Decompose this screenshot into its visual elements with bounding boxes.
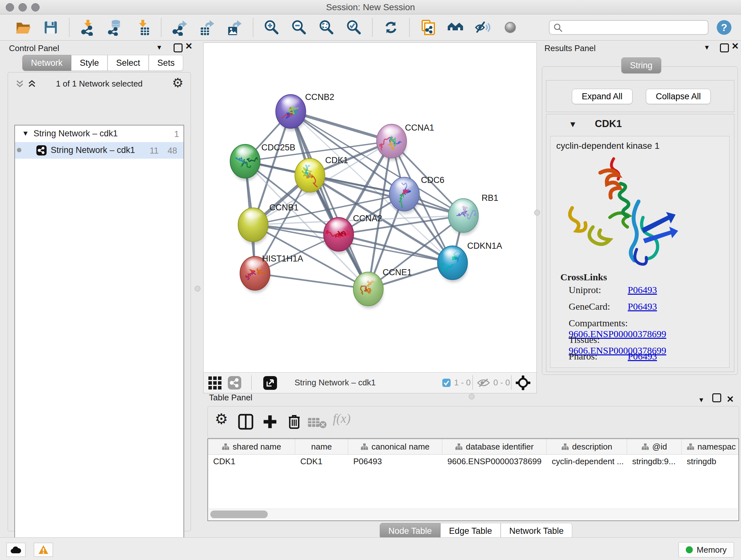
- table-cell[interactable]: CDK1: [295, 456, 348, 466]
- network-edge[interactable]: [255, 273, 368, 289]
- share-view-icon[interactable]: [227, 376, 242, 390]
- tab-edge-table[interactable]: Edge Table: [441, 523, 501, 539]
- string-network-icon: [36, 145, 47, 156]
- node-table[interactable]: shared namenamecanonical namedatabase id…: [207, 438, 739, 521]
- network-edge[interactable]: [291, 111, 392, 141]
- column-header-name[interactable]: name: [295, 439, 348, 454]
- detach-view-icon[interactable]: [263, 376, 277, 390]
- network-collection-row[interactable]: ▼ String Network – cdk1 1: [15, 125, 184, 142]
- column-header-label: shared name: [232, 442, 281, 452]
- create-column-plus-icon[interactable]: [262, 414, 278, 430]
- selected-checkbox-icon[interactable]: [442, 378, 451, 387]
- tab-network-table[interactable]: Network Table: [501, 523, 572, 539]
- network-row-selected[interactable]: String Network – cdk1 11 48: [15, 142, 184, 159]
- node-label: CDK1: [325, 155, 348, 165]
- column-header-shared-name[interactable]: shared name: [208, 439, 295, 454]
- import-network-database-button[interactable]: [102, 17, 129, 38]
- open-session-button[interactable]: [10, 17, 37, 38]
- export-image-button[interactable]: [221, 17, 248, 38]
- toolbar-separator: [372, 18, 373, 37]
- network-node-CDKN1A[interactable]: CDKN1A: [437, 241, 502, 282]
- table-row[interactable]: CDK1CDK1P064939606.ENSP00000378699cyclin…: [208, 455, 738, 468]
- zoom-fit-button[interactable]: [313, 17, 340, 38]
- crosslink-label: Pharos:: [569, 351, 628, 362]
- panel-menu-icon[interactable]: ▾: [699, 395, 703, 404]
- window-titlebar: Session: New Session: [0, 0, 741, 14]
- table-cell[interactable]: 9606.ENSP00000378699: [442, 456, 547, 466]
- tab-node-table[interactable]: Node Table: [380, 523, 441, 539]
- protein-name: CDK1: [595, 118, 622, 130]
- import-network-file-button[interactable]: [74, 17, 102, 38]
- zoom-out-icon: [291, 19, 307, 36]
- network-options-gear-icon[interactable]: ⚙: [172, 76, 184, 90]
- panel-menu-icon[interactable]: ▾: [157, 43, 161, 52]
- network-node-HIST1H1A[interactable]: HIST1H1A: [240, 254, 303, 293]
- network-node-CCNE1[interactable]: CCNE1: [353, 267, 412, 308]
- expand-all-button[interactable]: Expand All: [572, 89, 632, 104]
- panel-float-icon[interactable]: [174, 44, 183, 52]
- table-cell[interactable]: stringdb:9...: [627, 456, 682, 466]
- network-node-RB1[interactable]: RB1: [448, 193, 498, 235]
- show-columns-icon[interactable]: [238, 414, 254, 430]
- table-options-gear-icon[interactable]: ⚙: [215, 410, 228, 428]
- control-panel: Control Panel ▾ ✕ NetworkStyleSelectSets…: [3, 42, 192, 531]
- crosslink-link[interactable]: P06493: [628, 351, 657, 361]
- network-canvas[interactable]: CCNB2CCNA1CDC25BCDK1CDC6RB1CCNB1CCNA2CDK…: [204, 43, 536, 373]
- crosslink-link[interactable]: P06493: [628, 301, 657, 312]
- table-horizontal-scrollbar[interactable]: [209, 509, 738, 520]
- export-table-button[interactable]: [193, 17, 221, 38]
- horizontal-splitter-handle[interactable]: [469, 394, 475, 399]
- tab-select[interactable]: Select: [108, 55, 149, 71]
- column-header-canonical-name[interactable]: canonical name: [348, 439, 442, 454]
- import-string-network-button[interactable]: [414, 17, 442, 38]
- export-table-icon: [199, 19, 215, 36]
- table-cell[interactable]: CDK1: [208, 456, 295, 466]
- left-splitter-handle[interactable]: [195, 286, 200, 292]
- tab-string[interactable]: String: [621, 57, 661, 73]
- node-label: CCNB1: [269, 203, 299, 212]
- table-cell[interactable]: P06493: [348, 456, 442, 466]
- refresh-button[interactable]: [377, 17, 405, 38]
- save-session-button[interactable]: [37, 17, 64, 38]
- collapse-all-button[interactable]: Collapse All: [646, 89, 711, 104]
- birds-eye-icon[interactable]: [515, 375, 531, 391]
- column-header-namespac[interactable]: namespac: [682, 439, 739, 454]
- control-panel-title: Control Panel: [9, 44, 59, 53]
- hide-graphics-details-button[interactable]: [469, 17, 496, 38]
- cloud-button[interactable]: [6, 543, 25, 557]
- panel-close-icon[interactable]: ✕: [727, 394, 734, 404]
- tab-sets[interactable]: Sets: [149, 55, 183, 71]
- panel-float-icon[interactable]: [720, 44, 729, 52]
- search-input[interactable]: [549, 20, 709, 35]
- shared-column-icon: [687, 443, 694, 450]
- eye-slash-icon: [475, 19, 491, 36]
- column-header-database-identifier[interactable]: database identifier: [442, 439, 547, 454]
- panel-menu-icon[interactable]: ▾: [705, 43, 709, 52]
- tree-expand-icon[interactable]: ▼: [22, 129, 29, 138]
- column-header-description[interactable]: description: [547, 439, 627, 454]
- table-cell[interactable]: stringdb: [682, 456, 739, 466]
- zoom-selected-button[interactable]: [340, 17, 367, 38]
- help-button[interactable]: ?: [717, 20, 731, 35]
- panel-close-icon[interactable]: ✕: [731, 43, 739, 50]
- rendering-detail-button[interactable]: [496, 17, 524, 38]
- memory-button[interactable]: Memory: [678, 542, 734, 557]
- tab-network[interactable]: Network: [22, 55, 71, 71]
- zoom-in-button[interactable]: [258, 17, 285, 38]
- scrollbar-thumb[interactable]: [210, 510, 268, 518]
- zoom-out-button[interactable]: [285, 17, 313, 38]
- delete-column-trash-icon[interactable]: [287, 414, 301, 430]
- import-table-button[interactable]: [129, 17, 156, 38]
- grid-view-icon[interactable]: [208, 376, 222, 390]
- home-button[interactable]: [442, 17, 469, 38]
- export-network-button[interactable]: [166, 17, 193, 38]
- warnings-button[interactable]: [34, 543, 53, 557]
- panel-float-icon[interactable]: [712, 393, 721, 402]
- right-splitter-handle[interactable]: [534, 210, 540, 215]
- section-collapse-icon[interactable]: ▼: [569, 119, 577, 129]
- tab-style[interactable]: Style: [71, 55, 108, 71]
- crosslink-link[interactable]: P06493: [628, 285, 657, 295]
- panel-close-icon[interactable]: ✕: [185, 43, 192, 50]
- column-header--id[interactable]: @id: [627, 439, 682, 454]
- table-cell[interactable]: cyclin-dependent ...: [547, 456, 627, 466]
